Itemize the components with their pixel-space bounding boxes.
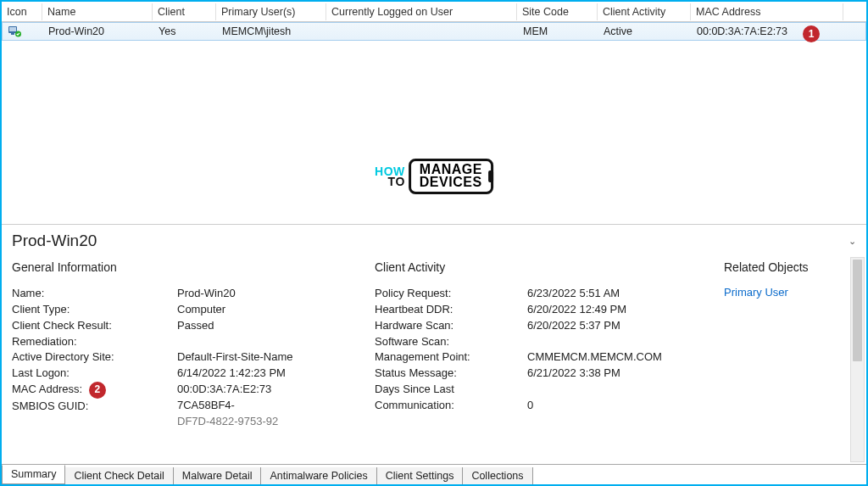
device-grid: Icon Name Client Primary User(s) Current… — [2, 2, 866, 225]
cell-site-code: MEM — [518, 24, 598, 39]
col-header-client-activity[interactable]: Client Activity — [598, 3, 691, 20]
label-smbios-guid: SMBIOS GUID: — [12, 399, 177, 415]
cell-client-activity: Active — [598, 24, 692, 39]
col-header-site-code[interactable]: Site Code — [517, 3, 598, 20]
detail-pane: Prod-Win20 ⌄ General Information Name: C… — [2, 225, 866, 484]
detail-tabstrip: Summary Client Check Detail Malware Deta… — [2, 464, 866, 484]
tab-collections[interactable]: Collections — [462, 467, 532, 485]
chevron-down-icon[interactable]: ⌄ — [849, 236, 856, 247]
label-mac-address: MAC Address: 2 — [12, 382, 177, 399]
watermark-logo: HOW TO MANAGE DEVICES — [375, 159, 493, 194]
label-last-logon: Last Logon: — [12, 366, 177, 382]
label-management-point: Management Point: — [375, 349, 527, 366]
label-policy-request: Policy Request: — [375, 286, 527, 302]
detail-title: Prod-Win20 — [12, 232, 97, 250]
related-objects-section: Related Objects Primary User — [724, 260, 844, 462]
svg-rect-2 — [11, 33, 14, 35]
col-header-client[interactable]: Client — [153, 3, 216, 20]
label-name: Name: — [12, 286, 177, 302]
label-client-type: Client Type: — [12, 302, 177, 318]
value-software-scan — [527, 334, 697, 350]
value-days-since — [527, 382, 697, 398]
cell-primary-user: MEMCM\jitesh — [217, 24, 327, 39]
label-hardware-scan: Hardware Scan: — [375, 318, 527, 334]
col-header-mac-address[interactable]: MAC Address — [691, 3, 843, 20]
label-heartbeat-ddr: Heartbeat DDR: — [375, 302, 527, 318]
value-status-message: 6/21/2022 3:38 PM — [527, 366, 697, 382]
detail-body: General Information Name: Client Type: C… — [2, 255, 866, 464]
label-communication: Communication: — [375, 398, 527, 414]
value-ad-site: Default-First-Site-Name — [177, 349, 321, 366]
computer-icon — [8, 25, 21, 38]
value-heartbeat-ddr: 6/20/2022 12:49 PM — [527, 302, 697, 318]
grid-header-row: Icon Name Client Primary User(s) Current… — [2, 2, 866, 22]
tab-client-settings[interactable]: Client Settings — [376, 467, 464, 485]
tab-client-check-detail[interactable]: Client Check Detail — [64, 467, 173, 485]
value-remediation — [177, 334, 321, 350]
value-smbios-guid-cut: DF7D-4822-9753-92 — [177, 414, 321, 430]
col-header-primary-user[interactable]: Primary User(s) — [216, 3, 326, 20]
label-software-scan: Software Scan: — [375, 334, 527, 350]
cell-icon — [3, 23, 43, 40]
cell-logged-on-user — [327, 30, 518, 33]
value-smbios-guid: 7CA58BF4- — [177, 398, 321, 414]
col-header-icon[interactable]: Icon — [2, 3, 42, 20]
section-title-activity: Client Activity — [375, 260, 704, 274]
label-remediation: Remediation: — [12, 334, 177, 350]
col-header-name[interactable]: Name — [42, 3, 153, 20]
cell-name: Prod-Win20 — [43, 24, 153, 39]
annotation-badge-2: 2 — [89, 382, 106, 399]
tab-malware-detail[interactable]: Malware Detail — [173, 467, 262, 485]
value-communication: 0 — [527, 398, 697, 414]
section-title-general: General Information — [12, 260, 354, 274]
value-mac-address: 00:0D:3A:7A:E2:73 — [177, 382, 321, 398]
detail-header: Prod-Win20 ⌄ — [2, 225, 866, 255]
value-management-point: CMMEMCM.MEMCM.COM — [527, 349, 697, 366]
label-client-check-result: Client Check Result: — [12, 318, 177, 334]
vertical-scrollbar[interactable] — [850, 257, 865, 462]
label-ad-site: Active Directory Site: — [12, 349, 177, 366]
annotation-badge-1: 1 — [803, 25, 820, 42]
watermark-devices: DEVICES — [420, 176, 482, 188]
primary-user-link[interactable]: Primary User — [724, 286, 844, 299]
value-hardware-scan: 6/20/2022 5:37 PM — [527, 318, 697, 334]
value-last-logon: 6/14/2022 1:42:23 PM — [177, 366, 321, 382]
svg-rect-1 — [9, 27, 16, 31]
table-row[interactable]: Prod-Win20 Yes MEMCM\jitesh MEM Active 0… — [2, 22, 866, 41]
watermark-how: HOW — [375, 166, 405, 177]
scrollbar-thumb[interactable] — [853, 260, 862, 361]
tab-antimalware-policies[interactable]: Antimalware Policies — [260, 467, 376, 485]
label-status-message: Status Message: — [375, 366, 527, 382]
value-policy-request: 6/23/2022 5:51 AM — [527, 286, 697, 302]
label-days-since: Days Since Last — [375, 382, 527, 398]
value-client-check-result: Passed — [177, 318, 321, 334]
section-title-related: Related Objects — [724, 260, 844, 274]
cell-mac-address: 00:0D:3A:7A:E2:73 — [692, 24, 844, 39]
col-header-logged-on-user[interactable]: Currently Logged on User — [326, 3, 517, 20]
value-client-type: Computer — [177, 302, 321, 318]
client-activity-section: Client Activity Policy Request: Heartbea… — [375, 260, 704, 462]
watermark-manage: MANAGE — [420, 163, 482, 176]
general-information-section: General Information Name: Client Type: C… — [12, 260, 354, 462]
value-name: Prod-Win20 — [177, 286, 321, 302]
watermark-to: TO — [375, 176, 405, 187]
cell-client: Yes — [153, 24, 217, 39]
tab-summary[interactable]: Summary — [2, 465, 65, 484]
